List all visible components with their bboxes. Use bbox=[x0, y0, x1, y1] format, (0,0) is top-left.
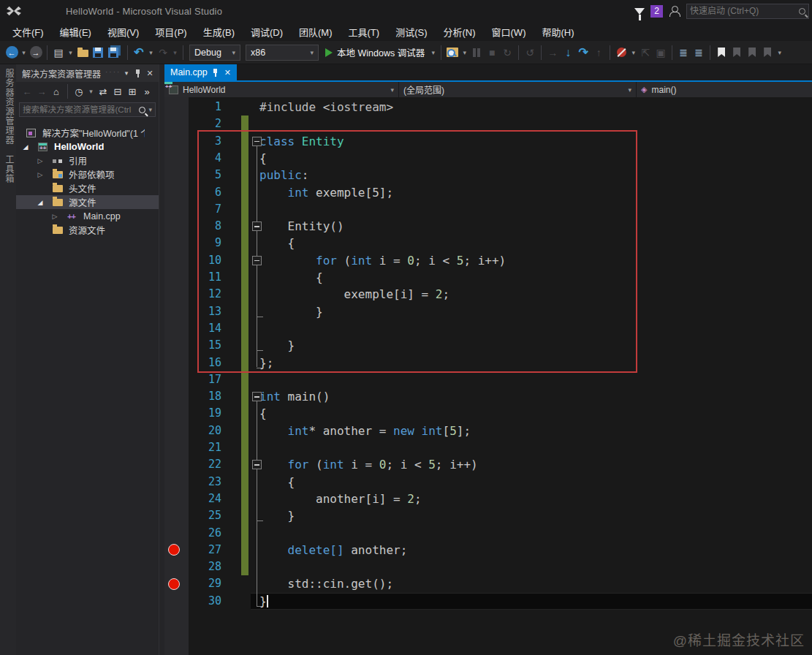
panel-menu-dropdown[interactable]: ▾ bbox=[121, 67, 132, 79]
code-line[interactable]: 21 bbox=[164, 439, 812, 456]
explorer-back-button[interactable]: ← bbox=[20, 84, 34, 99]
menu-item[interactable]: 团队(M) bbox=[291, 23, 341, 41]
step-over-button[interactable]: ↷ bbox=[576, 44, 591, 61]
stop-debugging-button[interactable]: ■ bbox=[485, 44, 499, 61]
panel-splitter[interactable] bbox=[159, 64, 164, 655]
expand-arrow-icon[interactable]: ▷ bbox=[37, 157, 44, 164]
step-out-button[interactable]: ↑ bbox=[591, 44, 606, 61]
undo-dropdown[interactable]: ▾ bbox=[147, 44, 155, 61]
menu-item[interactable]: 工具(T) bbox=[341, 23, 388, 41]
project-dropdown[interactable]: HelloWorld ▾ bbox=[164, 82, 399, 97]
code-line[interactable]: 4{ bbox=[164, 150, 812, 167]
menu-item[interactable]: 调试(D) bbox=[243, 23, 291, 41]
collapse-arrow-icon[interactable]: ◢ bbox=[22, 143, 29, 151]
code-line[interactable]: 26 bbox=[164, 525, 812, 542]
menu-item[interactable]: 窗口(W) bbox=[484, 23, 534, 41]
tree-item-solution[interactable]: 解决方案"HelloWorld"(1 个项 bbox=[16, 126, 159, 140]
expand-arrow-icon[interactable]: ▷ bbox=[37, 171, 44, 178]
code-line[interactable]: 19{ bbox=[164, 405, 812, 422]
new-file-button[interactable]: ▤ bbox=[51, 44, 66, 61]
quick-launch-box[interactable] bbox=[686, 4, 809, 19]
code-line[interactable]: 24 another[i] = 2; bbox=[164, 491, 812, 507]
code-line[interactable]: 16}; bbox=[164, 355, 812, 371]
toolbar-overflow-dropdown[interactable]: ▾ bbox=[775, 44, 783, 61]
tree-item-resource-files[interactable]: 资源文件 bbox=[16, 223, 159, 237]
collapse-region-box[interactable] bbox=[252, 137, 262, 146]
tree-item-header-files[interactable]: 头文件 bbox=[16, 181, 159, 195]
code-line[interactable]: 27 delete[] another; bbox=[164, 542, 812, 559]
code-line[interactable]: 6 int exemple[5]; bbox=[164, 184, 812, 201]
code-line[interactable]: 23 { bbox=[164, 474, 812, 491]
navigate-backward-button[interactable]: ← bbox=[4, 44, 19, 61]
code-line[interactable]: 20 int* another = new int[5]; bbox=[164, 423, 812, 439]
close-icon[interactable]: ✕ bbox=[224, 68, 231, 77]
redo-button[interactable]: ↷ bbox=[156, 44, 170, 61]
tree-item-references[interactable]: ▷引用 bbox=[16, 154, 159, 167]
solution-explorer-search-box[interactable]: ▾ bbox=[19, 102, 156, 117]
sync-with-active-document-button[interactable]: ⇄ bbox=[96, 84, 110, 99]
code-line[interactable]: 17 bbox=[164, 371, 812, 388]
platform-combobox[interactable]: x86▾ bbox=[246, 45, 319, 61]
code-line[interactable]: 13 } bbox=[164, 303, 812, 320]
code-line[interactable]: 28 bbox=[164, 559, 812, 575]
attach-to-process-button[interactable] bbox=[445, 44, 460, 61]
breakpoint-dot[interactable] bbox=[168, 578, 180, 590]
tab-main-cpp[interactable]: Main.cpp ✕ bbox=[164, 64, 237, 80]
undo-button[interactable]: ↶ bbox=[132, 44, 146, 61]
toggle-bookmark-button[interactable] bbox=[714, 44, 729, 61]
feedback-person-icon[interactable] bbox=[669, 5, 680, 17]
breakpoint-dot[interactable] bbox=[168, 544, 180, 556]
redo-dropdown[interactable]: ▾ bbox=[171, 44, 179, 61]
attach-dropdown[interactable]: ▾ bbox=[460, 44, 468, 61]
breakpoints-dropdown[interactable]: ▾ bbox=[629, 44, 637, 61]
previous-bookmark-button[interactable] bbox=[729, 44, 744, 61]
collapse-region-box[interactable] bbox=[252, 460, 262, 469]
pin-icon[interactable] bbox=[132, 67, 144, 79]
increase-indent-button[interactable]: ≣ bbox=[691, 44, 706, 61]
clear-bookmarks-button[interactable] bbox=[760, 44, 775, 61]
pending-changes-filter-button[interactable]: ◷ bbox=[72, 84, 86, 99]
navigate-forward-button[interactable]: → bbox=[29, 44, 43, 61]
notification-funnel-icon[interactable] bbox=[634, 8, 645, 15]
restart-button[interactable]: ↻ bbox=[500, 44, 515, 61]
save-all-button[interactable] bbox=[106, 44, 121, 61]
menu-item[interactable]: 文件(F) bbox=[4, 23, 52, 41]
decrease-indent-button[interactable]: ≣ bbox=[676, 44, 691, 61]
notification-count-badge[interactable]: 2 bbox=[650, 5, 663, 18]
code-line[interactable]: 12 exemple[i] = 2; bbox=[164, 286, 812, 303]
pin-icon[interactable] bbox=[213, 69, 219, 77]
code-line[interactable]: 29 std::cin.get(); bbox=[164, 575, 812, 592]
new-file-dropdown[interactable]: ▾ bbox=[67, 44, 75, 61]
code-line[interactable]: 9 { bbox=[164, 235, 812, 251]
explorer-forward-button[interactable]: → bbox=[35, 84, 48, 99]
toggle-breakpoints-button[interactable] bbox=[614, 44, 629, 61]
break-all-button[interactable] bbox=[469, 44, 484, 61]
tab-toolbox[interactable]: 工具箱 bbox=[3, 155, 15, 183]
show-next-statement-button[interactable]: → bbox=[545, 44, 560, 61]
duplicate-button[interactable]: ▣ bbox=[653, 44, 668, 61]
run-to-cursor-button[interactable]: ⇱ bbox=[638, 44, 653, 61]
code-line[interactable]: 14 bbox=[164, 320, 812, 337]
open-file-button[interactable] bbox=[75, 44, 90, 61]
tree-item-source-files[interactable]: ◢源文件 bbox=[16, 195, 159, 209]
code-line[interactable]: 2 bbox=[164, 116, 812, 132]
menu-item[interactable]: 项目(P) bbox=[147, 23, 194, 41]
pending-changes-filter-dropdown[interactable]: ▾ bbox=[87, 83, 95, 100]
code-editor[interactable]: 1#include <iostream>23class Entity4{5pub… bbox=[164, 97, 812, 655]
tree-item-project-helloworld[interactable]: ◢HelloWorld bbox=[16, 140, 159, 154]
tree-item-external-dependencies[interactable]: ▷外部依赖项 bbox=[16, 167, 159, 181]
explorer-overflow-button[interactable]: » bbox=[140, 84, 153, 99]
code-line[interactable]: 30} bbox=[164, 593, 812, 610]
menu-item[interactable]: 生成(B) bbox=[195, 23, 243, 41]
solution-explorer-search-input[interactable] bbox=[23, 105, 139, 114]
quick-launch-input[interactable] bbox=[690, 6, 799, 16]
collapse-region-box[interactable] bbox=[252, 392, 262, 401]
menu-item[interactable]: 编辑(E) bbox=[52, 23, 99, 41]
next-bookmark-button[interactable] bbox=[745, 44, 759, 61]
collapse-region-box[interactable] bbox=[252, 222, 262, 231]
code-line[interactable]: 1#include <iostream> bbox=[164, 99, 812, 116]
save-button[interactable] bbox=[91, 44, 105, 61]
collapse-region-box[interactable] bbox=[252, 256, 262, 265]
menu-item[interactable]: 分析(N) bbox=[435, 23, 483, 41]
code-line[interactable]: 25 } bbox=[164, 507, 812, 524]
